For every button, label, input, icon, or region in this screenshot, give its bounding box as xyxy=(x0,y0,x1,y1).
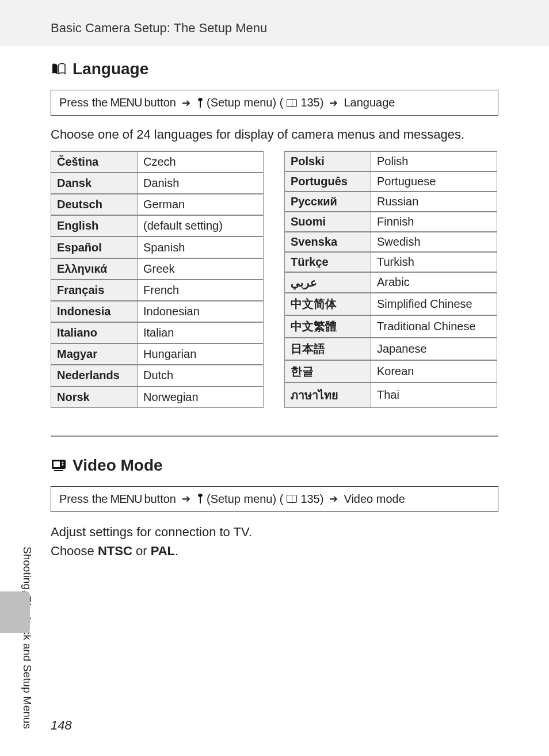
book-icon xyxy=(287,495,297,503)
language-description: Choose one of 24 languages for display o… xyxy=(51,126,498,144)
side-tab: Shooting, Playback and Setup Menus xyxy=(0,412,30,642)
nav-text: (Setup menu) ( xyxy=(207,96,283,109)
language-native: ภาษาไทย xyxy=(285,383,371,408)
language-english: Portuguese xyxy=(371,171,497,192)
table-row: NorskNorwegian xyxy=(51,387,264,408)
section-divider xyxy=(51,436,498,437)
table-row: IndonesiaIndonesian xyxy=(51,301,264,322)
language-english: Swedish xyxy=(371,232,497,252)
table-row: SuomiFinnish xyxy=(285,212,497,232)
language-english: Norwegian xyxy=(138,387,264,408)
language-table-left: ČeštinaCzechDanskDanishDeutschGermanEngl… xyxy=(51,151,264,408)
side-tab-marker xyxy=(0,591,30,633)
language-native: Deutsch xyxy=(51,194,138,215)
svg-rect-4 xyxy=(54,470,63,471)
nav-text: Press the xyxy=(59,96,108,109)
table-row: English(default setting) xyxy=(51,215,264,236)
video-title: Video Mode xyxy=(73,456,163,475)
menu-button-label: MENU xyxy=(110,96,142,109)
page-number: 148 xyxy=(51,718,72,733)
video-pal: PAL xyxy=(151,544,175,558)
language-native: 日本語 xyxy=(285,338,371,360)
table-row: EspañolSpanish xyxy=(51,236,264,258)
language-english: German xyxy=(138,194,264,215)
language-native: Español xyxy=(51,236,138,258)
language-title: Language xyxy=(73,60,148,78)
language-native: Português xyxy=(285,171,371,192)
language-english: Polish xyxy=(371,151,497,171)
nav-text: button xyxy=(144,492,176,506)
language-english: Korean xyxy=(371,360,497,383)
table-row: NederlandsDutch xyxy=(51,365,264,386)
language-english: French xyxy=(138,280,264,301)
svg-rect-1 xyxy=(54,461,60,467)
language-english: Finnish xyxy=(371,212,497,232)
video-heading: Video Mode xyxy=(51,456,498,475)
table-row: ItalianoItalian xyxy=(51,322,264,343)
arrow-right-icon: ➔ xyxy=(329,97,338,109)
language-native: Русский xyxy=(285,192,371,212)
nav-target: Video mode xyxy=(344,492,405,506)
nav-target: Language xyxy=(344,96,395,109)
language-english: Turkish xyxy=(371,252,497,272)
book-icon xyxy=(287,99,297,107)
language-native: Svenska xyxy=(285,232,371,252)
table-row: TürkçeTurkish xyxy=(285,252,497,272)
language-native: عربي xyxy=(285,272,371,293)
video-desc-text: . xyxy=(175,544,178,558)
language-native: Ελληνικά xyxy=(51,258,138,280)
language-english: Dutch xyxy=(138,365,264,386)
video-description: Adjust settings for connection to TV. Ch… xyxy=(51,522,498,560)
table-row: ΕλληνικάGreek xyxy=(51,258,264,280)
svg-point-3 xyxy=(62,464,64,465)
arrow-right-icon: ➔ xyxy=(182,97,190,109)
language-native: Magyar xyxy=(51,343,138,365)
language-native: Nederlands xyxy=(51,365,138,386)
table-row: РусскийRussian xyxy=(285,192,497,212)
language-native: Čeština xyxy=(51,151,138,173)
table-row: PolskiPolish xyxy=(285,151,497,171)
video-desc-line1: Adjust settings for connection to TV. xyxy=(51,525,252,539)
nav-page-ref: 135) xyxy=(300,96,323,109)
video-desc-text: or xyxy=(132,544,151,558)
language-english: Spanish xyxy=(138,236,264,258)
table-row: ČeštinaCzech xyxy=(51,151,264,173)
language-heading: Language xyxy=(51,60,498,78)
table-row: 日本語Japanese xyxy=(285,338,497,360)
nav-text: Press the xyxy=(59,492,108,506)
language-table-right: PolskiPolishPortuguêsPortugueseРусскийRu… xyxy=(284,151,497,408)
arrow-right-icon: ➔ xyxy=(329,492,338,505)
language-english: Indonesian xyxy=(138,301,264,322)
language-native: Dansk xyxy=(51,173,138,194)
language-english: Arabic xyxy=(371,272,497,293)
language-english: Japanese xyxy=(371,338,497,360)
table-row: ภาษาไทยThai xyxy=(285,383,497,408)
language-english: Czech xyxy=(138,151,264,173)
video-ntsc: NTSC xyxy=(98,544,132,558)
language-native: Polski xyxy=(285,151,371,171)
video-mode-icon xyxy=(51,459,67,472)
video-nav-path: Press the MENU button ➔ (Setup menu) (13… xyxy=(51,486,498,512)
language-english: Italian xyxy=(138,322,264,343)
language-nav-path: Press the MENU button ➔ (Setup menu) (13… xyxy=(51,90,498,116)
language-english: Greek xyxy=(138,258,264,280)
language-english: Traditional Chinese xyxy=(371,315,497,338)
table-row: MagyarHungarian xyxy=(51,343,264,365)
wrench-icon xyxy=(196,98,204,108)
wrench-icon xyxy=(196,494,204,504)
language-english: (default setting) xyxy=(138,215,264,236)
table-row: 한글Korean xyxy=(285,360,497,383)
language-tables: ČeštinaCzechDanskDanishDeutschGermanEngl… xyxy=(51,151,498,408)
nav-text: (Setup menu) ( xyxy=(207,492,283,506)
language-native: 한글 xyxy=(285,360,371,383)
language-english: Thai xyxy=(371,383,497,408)
side-tab-label: Shooting, Playback and Setup Menus xyxy=(21,547,33,729)
language-native: Norsk xyxy=(51,387,138,408)
menu-button-label: MENU xyxy=(110,492,142,506)
video-desc-text: Choose xyxy=(51,544,98,558)
table-row: 中文简体Simplified Chinese xyxy=(285,293,497,315)
table-row: عربيArabic xyxy=(285,272,497,293)
language-native: 中文繁體 xyxy=(285,315,371,338)
table-row: DeutschGerman xyxy=(51,194,264,215)
nav-text: button xyxy=(144,96,176,109)
